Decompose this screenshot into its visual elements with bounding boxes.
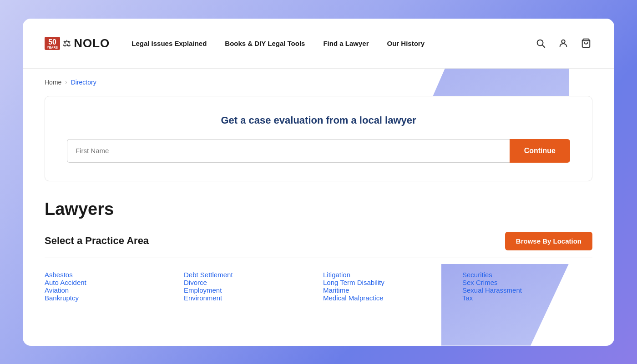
svg-line-1	[542, 45, 545, 47]
main-nav: Legal Issues Explained Books & DIY Legal…	[131, 40, 534, 47]
browse-by-location-button[interactable]: Browse By Location	[505, 232, 592, 250]
main-card: 50 YEARS ⚖ NOLO Legal Issues Explained B…	[23, 19, 614, 346]
logo-years-label: YEARS	[47, 46, 58, 49]
logo-name: NOLO	[74, 36, 110, 50]
svg-point-2	[561, 40, 565, 43]
nav-find-lawyer[interactable]: Find a Lawyer	[323, 40, 369, 47]
user-icon[interactable]	[557, 37, 570, 50]
practice-link-tax[interactable]: Tax	[462, 294, 592, 302]
first-name-input[interactable]	[67, 139, 510, 163]
cart-icon[interactable]	[580, 37, 592, 50]
practice-divider	[45, 258, 592, 259]
lawyers-title: Lawyers	[45, 199, 592, 219]
search-row: Continue	[67, 139, 570, 163]
breadcrumb-directory[interactable]: Directory	[71, 79, 96, 86]
nav-books[interactable]: Books & DIY Legal Tools	[225, 40, 305, 47]
practice-link-sex-crimes[interactable]: Sex Crimes	[462, 279, 592, 286]
practice-link-bankruptcy[interactable]: Bankruptcy	[45, 294, 175, 302]
scale-icon: ⚖	[63, 38, 71, 49]
practice-col-1: Debt Settlement Divorce Employment Envir…	[184, 271, 314, 302]
breadcrumb-home[interactable]: Home	[45, 79, 61, 86]
practice-link-auto-accident[interactable]: Auto Accident	[45, 279, 175, 286]
practice-col-0: Asbestos Auto Accident Aviation Bankrupt…	[45, 271, 175, 302]
search-card-title: Get a case evaluation from a local lawye…	[67, 115, 570, 126]
nav-legal-issues[interactable]: Legal Issues Explained	[131, 40, 207, 47]
practice-link-medical-malpractice[interactable]: Medical Malpractice	[323, 294, 453, 302]
practice-link-sexual-harassment[interactable]: Sexual Harassment	[462, 286, 592, 294]
practice-link-employment[interactable]: Employment	[184, 286, 314, 294]
nav-our-history[interactable]: Our History	[387, 40, 425, 47]
practice-grid: Asbestos Auto Accident Aviation Bankrupt…	[45, 271, 592, 302]
practice-col-2: Litigation Long Term Disability Maritime…	[323, 271, 453, 302]
practice-link-litigation[interactable]: Litigation	[323, 271, 453, 279]
logo-area: 50 YEARS ⚖ NOLO	[45, 36, 110, 50]
practice-area-title: Select a Practice Area	[45, 235, 149, 247]
practice-link-environment[interactable]: Environment	[184, 294, 314, 302]
logo-badge: 50 YEARS	[45, 37, 60, 50]
practice-link-securities[interactable]: Securities	[462, 271, 592, 279]
practice-col-3: Securities Sex Crimes Sexual Harassment …	[462, 271, 592, 302]
practice-link-asbestos[interactable]: Asbestos	[45, 271, 175, 279]
practice-link-maritime[interactable]: Maritime	[323, 286, 453, 294]
header: 50 YEARS ⚖ NOLO Legal Issues Explained B…	[23, 19, 614, 69]
practice-link-aviation[interactable]: Aviation	[45, 286, 175, 294]
practice-link-debt-settlement[interactable]: Debt Settlement	[184, 271, 314, 279]
breadcrumb: Home › Directory	[23, 69, 614, 96]
search-icon[interactable]	[534, 37, 547, 50]
practice-link-divorce[interactable]: Divorce	[184, 279, 314, 286]
search-card: Get a case evaluation from a local lawye…	[45, 96, 592, 181]
header-icons	[534, 37, 592, 50]
practice-link-long-term-disability[interactable]: Long Term Disability	[323, 279, 453, 286]
logo-years: 50	[47, 39, 58, 46]
continue-button[interactable]: Continue	[510, 139, 570, 163]
main-content: Get a case evaluation from a local lawye…	[23, 96, 614, 320]
lawyers-section: Lawyers Select a Practice Area Browse By…	[45, 199, 592, 302]
practice-header: Select a Practice Area Browse By Locatio…	[45, 232, 592, 250]
breadcrumb-separator: ›	[65, 79, 67, 85]
